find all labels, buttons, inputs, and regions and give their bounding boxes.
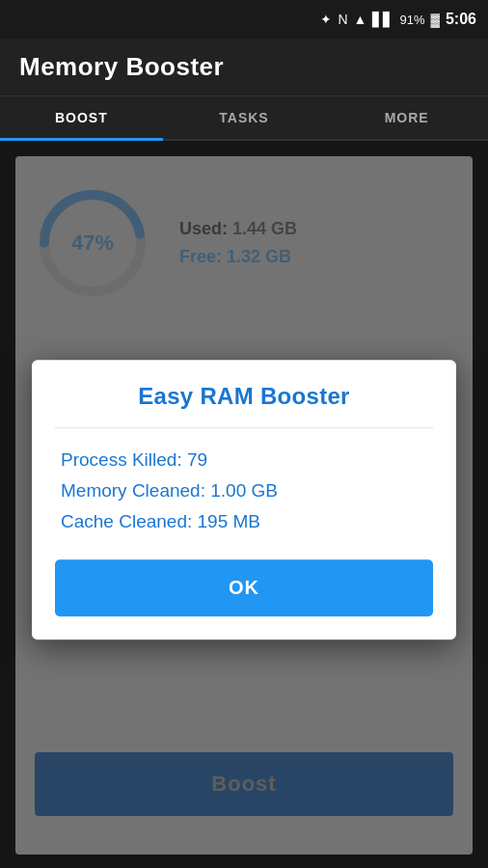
stat-memory-cleaned: Memory Cleaned: 1.00 GB bbox=[61, 480, 427, 502]
tab-boost[interactable]: BOOST bbox=[0, 96, 163, 139]
content-area: 47% Used: 1.44 GB Free: 1.32 GB Boost Ea… bbox=[0, 141, 488, 868]
stat-process-killed: Process Killed: 79 bbox=[61, 449, 427, 471]
dialog-title: Easy RAM Booster bbox=[32, 360, 456, 427]
tab-more[interactable]: MORE bbox=[325, 96, 488, 139]
stat-cache-cleaned: Cache Cleaned: 195 MB bbox=[61, 511, 427, 532]
wifi-icon: ▲ bbox=[354, 12, 367, 27]
easy-ram-booster-dialog: Easy RAM Booster Process Killed: 79 Memo… bbox=[32, 360, 456, 639]
status-bar: ✦ N ▲ ▋▋ 91% ▓ 5:06 bbox=[0, 0, 488, 39]
signal-icon: ▋▋ bbox=[372, 12, 393, 27]
tab-tasks[interactable]: TASKS bbox=[163, 96, 326, 139]
app-title: Memory Booster bbox=[19, 52, 224, 81]
dialog-body: Process Killed: 79 Memory Cleaned: 1.00 … bbox=[32, 428, 456, 542]
ok-button[interactable]: OK bbox=[55, 559, 433, 616]
network-n-icon: N bbox=[338, 12, 347, 27]
bluetooth-icon: ✦ bbox=[320, 12, 332, 27]
app-header: Memory Booster bbox=[0, 39, 488, 96]
dialog-actions: OK bbox=[32, 542, 456, 639]
tab-bar: BOOST TASKS MORE bbox=[0, 96, 488, 141]
battery-indicator: 91% bbox=[399, 13, 424, 27]
status-time: 5:06 bbox=[446, 11, 476, 28]
battery-icon: ▓ bbox=[430, 13, 439, 27]
